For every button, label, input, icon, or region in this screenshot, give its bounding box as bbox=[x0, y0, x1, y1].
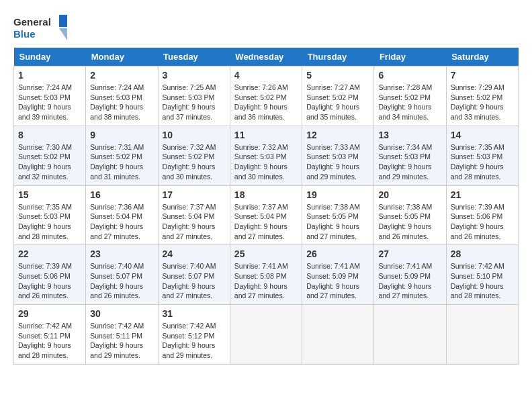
day-info: Sunrise: 7:35 AMSunset: 5:03 PMDaylight:… bbox=[18, 202, 81, 242]
calendar-table: SundayMondayTuesdayWednesdayThursdayFrid… bbox=[13, 48, 519, 365]
calendar-cell: 3Sunrise: 7:25 AMSunset: 5:03 PMDaylight… bbox=[158, 66, 230, 126]
calendar-cell: 7Sunrise: 7:29 AMSunset: 5:02 PMDaylight… bbox=[446, 66, 518, 126]
day-number: 15 bbox=[18, 189, 81, 200]
day-info: Sunrise: 7:42 AMSunset: 5:12 PMDaylight:… bbox=[163, 321, 226, 361]
day-info: Sunrise: 7:39 AMSunset: 5:06 PMDaylight:… bbox=[451, 202, 514, 242]
svg-marker-3 bbox=[59, 28, 67, 40]
day-info: Sunrise: 7:26 AMSunset: 5:02 PMDaylight:… bbox=[234, 83, 298, 122]
header-day-saturday: Saturday bbox=[446, 48, 518, 66]
day-number: 4 bbox=[234, 70, 298, 81]
day-info: Sunrise: 7:33 AMSunset: 5:03 PMDaylight:… bbox=[306, 142, 369, 182]
day-info: Sunrise: 7:35 AMSunset: 5:03 PMDaylight:… bbox=[451, 142, 514, 182]
calendar-cell: 15Sunrise: 7:35 AMSunset: 5:03 PMDayligh… bbox=[14, 185, 86, 245]
calendar-cell: 11Sunrise: 7:32 AMSunset: 5:03 PMDayligh… bbox=[230, 126, 302, 185]
day-number: 17 bbox=[163, 189, 226, 200]
day-info: Sunrise: 7:41 AMSunset: 5:08 PMDaylight:… bbox=[234, 261, 298, 301]
calendar-week-5: 29Sunrise: 7:42 AMSunset: 5:11 PMDayligh… bbox=[14, 305, 519, 365]
calendar-cell: 31Sunrise: 7:42 AMSunset: 5:12 PMDayligh… bbox=[158, 305, 230, 365]
day-number: 18 bbox=[234, 189, 298, 200]
day-info: Sunrise: 7:25 AMSunset: 5:03 PMDaylight:… bbox=[163, 83, 226, 122]
header-day-sunday: Sunday bbox=[14, 48, 86, 66]
calendar-cell: 10Sunrise: 7:32 AMSunset: 5:02 PMDayligh… bbox=[158, 126, 230, 185]
calendar-cell: 29Sunrise: 7:42 AMSunset: 5:11 PMDayligh… bbox=[14, 305, 86, 365]
day-info: Sunrise: 7:30 AMSunset: 5:02 PMDaylight:… bbox=[18, 142, 81, 182]
day-info: Sunrise: 7:37 AMSunset: 5:04 PMDaylight:… bbox=[163, 202, 226, 242]
day-number: 19 bbox=[306, 189, 369, 200]
day-number: 5 bbox=[306, 70, 369, 81]
header: General Blue bbox=[13, 13, 519, 44]
calendar-cell: 4Sunrise: 7:26 AMSunset: 5:02 PMDaylight… bbox=[230, 66, 302, 126]
day-info: Sunrise: 7:40 AMSunset: 5:07 PMDaylight:… bbox=[163, 261, 226, 301]
calendar-cell bbox=[374, 305, 446, 365]
logo: General Blue bbox=[13, 13, 67, 44]
calendar-cell: 2Sunrise: 7:24 AMSunset: 5:03 PMDaylight… bbox=[86, 66, 158, 126]
calendar-cell bbox=[230, 305, 302, 365]
day-number: 23 bbox=[90, 248, 153, 259]
day-number: 10 bbox=[163, 130, 226, 140]
day-number: 27 bbox=[378, 248, 441, 259]
calendar-cell: 27Sunrise: 7:41 AMSunset: 5:09 PMDayligh… bbox=[374, 245, 446, 305]
calendar-cell: 21Sunrise: 7:39 AMSunset: 5:06 PMDayligh… bbox=[446, 185, 518, 245]
header-day-monday: Monday bbox=[86, 48, 158, 66]
calendar-cell: 9Sunrise: 7:31 AMSunset: 5:02 PMDaylight… bbox=[86, 126, 158, 185]
day-number: 3 bbox=[163, 70, 226, 81]
calendar-cell: 23Sunrise: 7:40 AMSunset: 5:07 PMDayligh… bbox=[86, 245, 158, 305]
calendar-cell: 28Sunrise: 7:42 AMSunset: 5:10 PMDayligh… bbox=[446, 245, 518, 305]
day-number: 24 bbox=[163, 248, 226, 259]
day-info: Sunrise: 7:32 AMSunset: 5:03 PMDaylight:… bbox=[234, 142, 298, 182]
day-info: Sunrise: 7:38 AMSunset: 5:05 PMDaylight:… bbox=[378, 202, 441, 242]
calendar-cell: 16Sunrise: 7:36 AMSunset: 5:04 PMDayligh… bbox=[86, 185, 158, 245]
calendar-cell: 14Sunrise: 7:35 AMSunset: 5:03 PMDayligh… bbox=[446, 126, 518, 185]
day-info: Sunrise: 7:42 AMSunset: 5:10 PMDaylight:… bbox=[451, 261, 514, 301]
day-number: 1 bbox=[18, 70, 81, 81]
day-number: 12 bbox=[306, 130, 369, 140]
day-number: 29 bbox=[18, 308, 81, 319]
day-info: Sunrise: 7:34 AMSunset: 5:03 PMDaylight:… bbox=[378, 142, 441, 182]
calendar-cell bbox=[302, 305, 374, 365]
day-number: 25 bbox=[234, 248, 298, 259]
day-number: 16 bbox=[90, 189, 153, 200]
calendar-cell: 20Sunrise: 7:38 AMSunset: 5:05 PMDayligh… bbox=[374, 185, 446, 245]
calendar-cell: 8Sunrise: 7:30 AMSunset: 5:02 PMDaylight… bbox=[14, 126, 86, 185]
day-info: Sunrise: 7:27 AMSunset: 5:02 PMDaylight:… bbox=[306, 83, 369, 122]
header-day-tuesday: Tuesday bbox=[158, 48, 230, 66]
calendar-cell: 18Sunrise: 7:37 AMSunset: 5:04 PMDayligh… bbox=[230, 185, 302, 245]
day-number: 8 bbox=[18, 130, 81, 140]
calendar-cell: 26Sunrise: 7:41 AMSunset: 5:09 PMDayligh… bbox=[302, 245, 374, 305]
day-info: Sunrise: 7:41 AMSunset: 5:09 PMDaylight:… bbox=[306, 261, 369, 301]
day-info: Sunrise: 7:42 AMSunset: 5:11 PMDaylight:… bbox=[18, 321, 81, 361]
calendar-cell: 1Sunrise: 7:24 AMSunset: 5:03 PMDaylight… bbox=[14, 66, 86, 126]
header-row: SundayMondayTuesdayWednesdayThursdayFrid… bbox=[14, 48, 519, 66]
calendar-cell: 13Sunrise: 7:34 AMSunset: 5:03 PMDayligh… bbox=[374, 126, 446, 185]
day-info: Sunrise: 7:31 AMSunset: 5:02 PMDaylight:… bbox=[90, 142, 153, 182]
calendar-cell: 12Sunrise: 7:33 AMSunset: 5:03 PMDayligh… bbox=[302, 126, 374, 185]
day-info: Sunrise: 7:37 AMSunset: 5:04 PMDaylight:… bbox=[234, 202, 298, 242]
day-number: 26 bbox=[306, 248, 369, 259]
day-number: 6 bbox=[378, 70, 441, 81]
day-number: 9 bbox=[90, 130, 153, 140]
calendar-cell: 5Sunrise: 7:27 AMSunset: 5:02 PMDaylight… bbox=[302, 66, 374, 126]
calendar-week-1: 1Sunrise: 7:24 AMSunset: 5:03 PMDaylight… bbox=[14, 66, 519, 126]
day-number: 7 bbox=[451, 70, 514, 81]
calendar-cell: 22Sunrise: 7:39 AMSunset: 5:06 PMDayligh… bbox=[14, 245, 86, 305]
header-day-wednesday: Wednesday bbox=[230, 48, 302, 66]
calendar-header: SundayMondayTuesdayWednesdayThursdayFrid… bbox=[14, 48, 519, 66]
calendar-cell: 6Sunrise: 7:28 AMSunset: 5:02 PMDaylight… bbox=[374, 66, 446, 126]
day-info: Sunrise: 7:40 AMSunset: 5:07 PMDaylight:… bbox=[90, 261, 153, 301]
svg-text:General: General bbox=[13, 16, 51, 28]
header-day-thursday: Thursday bbox=[302, 48, 374, 66]
day-number: 2 bbox=[90, 70, 153, 81]
calendar-cell: 25Sunrise: 7:41 AMSunset: 5:08 PMDayligh… bbox=[230, 245, 302, 305]
calendar-cell bbox=[446, 305, 518, 365]
day-number: 21 bbox=[451, 189, 514, 200]
calendar-cell: 17Sunrise: 7:37 AMSunset: 5:04 PMDayligh… bbox=[158, 185, 230, 245]
day-number: 20 bbox=[378, 189, 441, 200]
day-info: Sunrise: 7:38 AMSunset: 5:05 PMDaylight:… bbox=[306, 202, 369, 242]
svg-text:Blue: Blue bbox=[13, 28, 36, 40]
calendar-week-3: 15Sunrise: 7:35 AMSunset: 5:03 PMDayligh… bbox=[14, 185, 519, 245]
calendar-cell: 24Sunrise: 7:40 AMSunset: 5:07 PMDayligh… bbox=[158, 245, 230, 305]
day-number: 13 bbox=[378, 130, 441, 140]
day-info: Sunrise: 7:24 AMSunset: 5:03 PMDaylight:… bbox=[18, 83, 81, 122]
day-number: 28 bbox=[451, 248, 514, 259]
calendar-cell: 30Sunrise: 7:42 AMSunset: 5:11 PMDayligh… bbox=[86, 305, 158, 365]
